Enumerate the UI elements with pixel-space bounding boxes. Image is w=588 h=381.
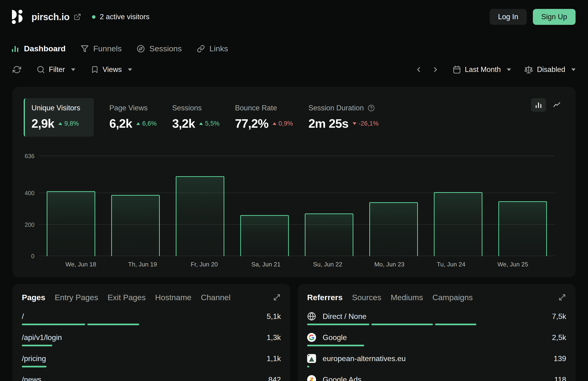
stat-card-page-views[interactable]: Page Views6,2k6,6% — [109, 98, 157, 137]
stat-value: 2,9k — [31, 117, 54, 130]
list-row-: /5,1k — [22, 312, 281, 325]
stat-change: -26,1% — [353, 120, 379, 127]
stat-change: 6,6% — [136, 120, 157, 127]
x-axis-tick: We, Jun 25 — [482, 261, 544, 268]
stat-change: 5,5% — [199, 120, 220, 127]
nav-label: Links — [210, 44, 228, 53]
scale-icon — [524, 65, 533, 74]
chevron-down-icon — [128, 68, 132, 71]
visitors-bar-chart: 0200400636 — [24, 156, 564, 256]
bar-fr-jun-20[interactable] — [176, 176, 224, 256]
date-range-dropdown[interactable]: Last Month — [453, 65, 511, 74]
bar-we-jun-18[interactable] — [47, 191, 95, 256]
trend-down-icon — [353, 122, 357, 125]
y-axis-tick: 400 — [24, 190, 35, 197]
stat-card-unique-visitors[interactable]: Unique Visitors2,9k9,8% — [24, 98, 94, 137]
pages-rows: /5,1k/api/v1/login1,3k/pricing1,1k/news8… — [22, 312, 281, 381]
tab-exit-pages[interactable]: Exit Pages — [107, 293, 146, 302]
top-bar: pirsch.io 2 active visitors Log In Sign … — [0, 0, 588, 25]
globe-icon — [307, 312, 316, 321]
chevron-right-icon[interactable] — [430, 64, 441, 75]
nav-item-sessions[interactable]: Sessions — [137, 44, 182, 53]
tab-pages[interactable]: Pages — [22, 293, 45, 302]
stat-label: Sessions — [172, 104, 202, 112]
dashboard-panel: Unique Visitors2,9k9,8%Page Views6,2k6,6… — [12, 87, 576, 277]
search-icon — [37, 65, 45, 74]
nav-label: Funnels — [93, 44, 122, 53]
referrers-rows: Direct / None7,5kGoogle2,5keuropean-alte… — [307, 312, 566, 381]
link-icon — [197, 45, 205, 53]
stat-value: 77,2% — [235, 117, 268, 130]
chevron-left-icon[interactable] — [413, 64, 424, 75]
line-chart-toggle[interactable] — [549, 98, 564, 112]
tab-sources[interactable]: Sources — [352, 293, 381, 302]
stat-card-bounce-rate[interactable]: Bounce Rate77,2%0,9% — [235, 98, 293, 137]
help-icon[interactable] — [368, 105, 375, 112]
european-alternatives-icon — [307, 354, 316, 363]
nav-item-funnels[interactable]: Funnels — [81, 44, 122, 53]
comparison-label: Disabled — [537, 65, 565, 74]
filter-dropdown[interactable]: Filter — [37, 65, 75, 74]
site-title[interactable]: pirsch.io — [31, 12, 69, 22]
row-label[interactable]: /pricing — [22, 354, 46, 363]
tab-channel[interactable]: Channel — [201, 293, 231, 302]
log-in-button[interactable]: Log In — [490, 9, 527, 25]
pages-panel: PagesEntry PagesExit PagesHostnameChanne… — [12, 284, 290, 381]
row-label[interactable]: / — [22, 312, 24, 321]
calendar-icon — [453, 65, 461, 74]
active-visitors-dot — [92, 15, 96, 19]
row-label[interactable]: european-alternatives.eu — [323, 354, 406, 363]
bar-chart-toggle[interactable] — [531, 98, 546, 112]
refresh-icon[interactable] — [11, 64, 22, 75]
chart-type-toggles — [531, 98, 564, 112]
row-value: 118 — [554, 375, 566, 381]
tab-entry-pages[interactable]: Entry Pages — [55, 293, 98, 302]
row-label[interactable]: /news — [22, 375, 42, 381]
row-label[interactable]: Direct / None — [323, 312, 366, 321]
tab-campaigns[interactable]: Campaigns — [432, 293, 473, 302]
row-share-bar — [22, 324, 281, 325]
main-nav: Dashboard Funnels Sessions Links — [0, 44, 588, 53]
pirsch-logo[interactable] — [11, 9, 25, 24]
views-dropdown[interactable]: Views — [91, 65, 132, 74]
referrers-panel-expand-icon[interactable] — [558, 293, 566, 301]
nav-item-dashboard[interactable]: Dashboard — [11, 44, 66, 53]
external-link-icon[interactable] — [74, 13, 81, 21]
nav-label: Sessions — [149, 44, 182, 53]
bar-sa-jun-21[interactable] — [240, 215, 289, 256]
bar-mo-jun-23[interactable] — [369, 202, 418, 256]
x-axis-tick: Sa, Jun 21 — [235, 261, 297, 268]
row-label[interactable]: Google — [323, 333, 347, 342]
nav-item-links[interactable]: Links — [197, 44, 228, 53]
pages-panel-expand-icon[interactable] — [273, 293, 281, 301]
bar-tu-jun-24[interactable] — [434, 192, 482, 256]
chart-x-axis: We, Jun 18Th, Jun 19Fr, Jun 20Sa, Jun 21… — [50, 261, 544, 268]
bar-su-jun-22[interactable] — [305, 213, 353, 256]
referrers-tabs: ReferrersSourcesMediumsCampaigns — [307, 292, 566, 303]
tab-mediums[interactable]: Mediums — [391, 293, 423, 302]
stat-card-sessions[interactable]: Sessions3,2k5,5% — [172, 98, 220, 137]
dashboard-toolbar: Filter Views Last Month — [0, 64, 588, 75]
comparison-dropdown[interactable]: Disabled — [524, 65, 576, 74]
views-label: Views — [103, 65, 122, 74]
tab-referrers[interactable]: Referrers — [307, 293, 343, 302]
trend-up-icon — [136, 122, 140, 125]
bar-we-jun-25[interactable] — [498, 201, 547, 256]
row-label[interactable]: Google Ads — [323, 375, 361, 381]
tab-hostname[interactable]: Hostname — [155, 293, 191, 302]
stat-card-session-duration[interactable]: Session Duration2m 25s-26,1% — [308, 98, 378, 137]
chevron-down-icon — [507, 68, 511, 71]
bookmark-icon — [91, 66, 99, 74]
row-label[interactable]: /api/v1/login — [22, 333, 62, 342]
row-share-bar — [22, 366, 281, 367]
stat-label: Session Duration — [308, 104, 364, 112]
trend-up-icon — [58, 122, 62, 125]
chevron-down-icon — [71, 68, 75, 71]
breakdown-panels: PagesEntry PagesExit PagesHostnameChanne… — [12, 284, 576, 381]
bar-th-jun-19[interactable] — [111, 195, 160, 256]
sign-up-button[interactable]: Sign Up — [533, 9, 576, 25]
active-visitors-count[interactable]: 2 active visitors — [100, 13, 149, 21]
y-axis-tick: 200 — [24, 221, 35, 228]
stat-value: 2m 25s — [308, 117, 348, 130]
stats-cards: Unique Visitors2,9k9,8%Page Views6,2k6,6… — [24, 98, 378, 137]
